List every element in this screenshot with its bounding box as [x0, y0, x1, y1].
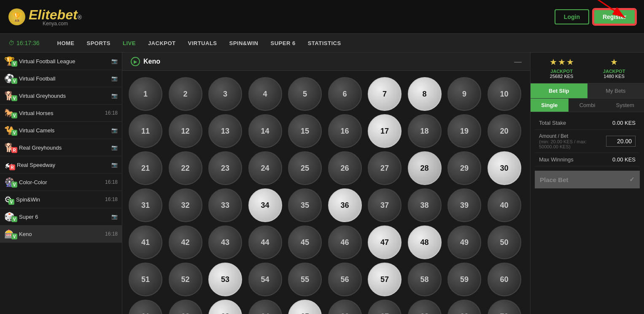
- keno-ball-10[interactable]: 10: [488, 77, 521, 111]
- nav-jackpot[interactable]: JACKPOT: [143, 34, 181, 53]
- keno-ball-38[interactable]: 38: [408, 188, 442, 222]
- register-button[interactable]: Register: [593, 9, 636, 24]
- sidebar-item-vh[interactable]: 🐎 V Virtual Horses 16:18: [0, 105, 122, 122]
- keno-ball-26[interactable]: 26: [328, 151, 362, 185]
- keno-ball-17[interactable]: 17: [368, 114, 401, 148]
- keno-ball-55[interactable]: 55: [288, 263, 322, 296]
- keno-ball-5[interactable]: 5: [288, 77, 322, 111]
- nav-spinwin[interactable]: SPIN&WIN: [224, 34, 264, 53]
- keno-ball-30[interactable]: 30: [488, 151, 521, 185]
- keno-ball-2[interactable]: 2: [169, 77, 202, 111]
- keno-ball-60[interactable]: 60: [488, 263, 521, 296]
- keno-ball-62[interactable]: 62: [169, 300, 202, 314]
- keno-ball-11[interactable]: 11: [129, 114, 162, 148]
- login-button[interactable]: Login: [555, 9, 589, 24]
- sidebar-item-rg[interactable]: 🐕 R Real Greyhounds 📷: [0, 139, 122, 156]
- keno-ball-22[interactable]: 22: [169, 151, 202, 185]
- keno-ball-39[interactable]: 39: [447, 188, 481, 222]
- keno-ball-67[interactable]: 67: [368, 300, 401, 314]
- keno-ball-29[interactable]: 29: [447, 151, 481, 185]
- tab-bet-slip[interactable]: Bet Slip: [531, 83, 587, 98]
- keno-ball-24[interactable]: 24: [248, 151, 282, 185]
- keno-ball-28[interactable]: 28: [408, 151, 442, 185]
- keno-ball-47[interactable]: 47: [368, 225, 401, 259]
- sidebar-item-keno[interactable]: 🎰 V Keno 16:18: [0, 225, 122, 243]
- keno-ball-13[interactable]: 13: [208, 114, 242, 148]
- keno-ball-34[interactable]: 34: [248, 188, 282, 222]
- keno-ball-6[interactable]: 6: [328, 77, 362, 111]
- keno-ball-57[interactable]: 57: [368, 263, 401, 296]
- sidebar-item-vc[interactable]: 🐪 V Virtual Camels 📷: [0, 122, 122, 139]
- keno-ball-31[interactable]: 31: [129, 188, 162, 222]
- keno-ball-41[interactable]: 41: [129, 225, 162, 259]
- keno-ball-50[interactable]: 50: [488, 225, 521, 259]
- tab-combi[interactable]: Combi: [569, 99, 606, 112]
- keno-ball-48[interactable]: 48: [408, 225, 442, 259]
- sidebar-item-cc[interactable]: 🎡 V Color-Color 16:18: [0, 174, 122, 191]
- keno-ball-54[interactable]: 54: [248, 263, 282, 296]
- keno-ball-36[interactable]: 36: [328, 188, 362, 222]
- tab-single[interactable]: Single: [531, 99, 569, 112]
- keno-ball-18[interactable]: 18: [408, 114, 442, 148]
- keno-ball-64[interactable]: 64: [248, 300, 282, 314]
- keno-ball-23[interactable]: 23: [208, 151, 242, 185]
- nav-statistics[interactable]: STATISTICS: [303, 34, 346, 53]
- sidebar-item-s6[interactable]: 🎲 V Super 6 📷: [0, 208, 122, 225]
- keno-ball-12[interactable]: 12: [169, 114, 202, 148]
- nav-home[interactable]: HOME: [52, 34, 80, 53]
- keno-ball-70[interactable]: 70: [488, 300, 521, 314]
- nav-sports[interactable]: SPORTS: [82, 34, 116, 53]
- keno-ball-58[interactable]: 58: [408, 263, 442, 296]
- keno-ball-37[interactable]: 37: [368, 188, 401, 222]
- sidebar-item-rs[interactable]: 🏍 R Real Speedway 📷: [0, 156, 122, 174]
- keno-ball-14[interactable]: 14: [248, 114, 282, 148]
- minimize-icon[interactable]: —: [514, 57, 522, 66]
- nav-live[interactable]: LIVE: [118, 34, 141, 53]
- keno-ball-19[interactable]: 19: [447, 114, 481, 148]
- keno-ball-35[interactable]: 35: [288, 188, 322, 222]
- keno-ball-42[interactable]: 42: [169, 225, 202, 259]
- keno-ball-7[interactable]: 7: [368, 77, 401, 111]
- keno-ball-8[interactable]: 8: [408, 77, 442, 111]
- amount-bet-input[interactable]: [606, 136, 636, 147]
- keno-ball-65[interactable]: 65: [288, 300, 322, 314]
- keno-ball-69[interactable]: 69: [447, 300, 481, 314]
- keno-ball-45[interactable]: 45: [288, 225, 322, 259]
- tab-system[interactable]: System: [606, 99, 644, 112]
- sidebar-item-vfl[interactable]: 🏆 V Virtual Football League 📷: [0, 53, 122, 70]
- keno-ball-1[interactable]: 1: [129, 77, 162, 111]
- keno-ball-61[interactable]: 61: [129, 300, 162, 314]
- keno-ball-49[interactable]: 49: [447, 225, 481, 259]
- keno-ball-16[interactable]: 16: [328, 114, 362, 148]
- keno-ball-46[interactable]: 46: [328, 225, 362, 259]
- nav-super6[interactable]: SUPER 6: [266, 34, 301, 53]
- tab-my-bets[interactable]: My Bets: [587, 83, 644, 98]
- place-bet-button[interactable]: Place Bet ✓: [535, 171, 640, 188]
- keno-ball-3[interactable]: 3: [208, 77, 242, 111]
- keno-ball-51[interactable]: 51: [129, 263, 162, 296]
- keno-ball-44[interactable]: 44: [248, 225, 282, 259]
- keno-ball-33[interactable]: 33: [208, 188, 242, 222]
- keno-ball-15[interactable]: 15: [288, 114, 322, 148]
- nav-virtuals[interactable]: VIRTUALS: [183, 34, 222, 53]
- sidebar-item-vg[interactable]: 🐕 V Virtual Greyhounds 📷: [0, 87, 122, 105]
- vh-label: Virtual Horses: [19, 110, 105, 116]
- keno-ball-56[interactable]: 56: [328, 263, 362, 296]
- keno-ball-68[interactable]: 68: [408, 300, 442, 314]
- keno-ball-27[interactable]: 27: [368, 151, 401, 185]
- keno-ball-59[interactable]: 59: [447, 263, 481, 296]
- keno-ball-63[interactable]: 63: [208, 300, 242, 314]
- sidebar-item-vf[interactable]: ⚽ V Virtual Football 📷: [0, 70, 122, 87]
- keno-ball-4[interactable]: 4: [248, 77, 282, 111]
- keno-ball-40[interactable]: 40: [488, 188, 521, 222]
- keno-ball-32[interactable]: 32: [169, 188, 202, 222]
- keno-ball-53[interactable]: 53: [208, 263, 242, 296]
- keno-ball-20[interactable]: 20: [488, 114, 521, 148]
- keno-ball-66[interactable]: 66: [328, 300, 362, 314]
- keno-ball-25[interactable]: 25: [288, 151, 322, 185]
- sidebar-item-sw[interactable]: ⚙ V Spin&Win 16:18: [0, 191, 122, 208]
- keno-ball-52[interactable]: 52: [169, 263, 202, 296]
- keno-ball-21[interactable]: 21: [129, 151, 162, 185]
- keno-ball-9[interactable]: 9: [447, 77, 481, 111]
- keno-ball-43[interactable]: 43: [208, 225, 242, 259]
